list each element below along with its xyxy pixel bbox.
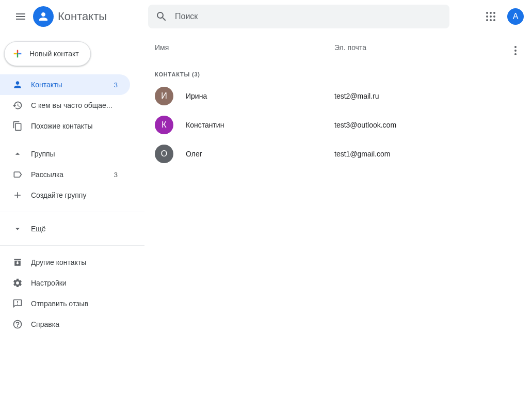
contact-email: test2@mail.ru — [334, 92, 379, 100]
main-menu-button[interactable] — [8, 4, 33, 29]
list-more-button[interactable] — [505, 40, 526, 61]
column-name-header: Имя — [155, 43, 334, 52]
nav-contacts[interactable]: Контакты 3 — [0, 74, 130, 95]
svg-point-2 — [493, 12, 495, 14]
google-apps-button[interactable] — [480, 6, 501, 27]
svg-point-6 — [486, 19, 488, 21]
apps-grid-icon — [485, 10, 497, 23]
contact-email: test3@outlook.com — [334, 121, 396, 129]
nav-feedback[interactable]: Отправить отзыв — [0, 293, 130, 314]
contact-row[interactable]: ИИринаtest2@mail.ru — [155, 82, 524, 111]
svg-point-7 — [490, 19, 492, 21]
divider — [0, 212, 144, 212]
nav-groups-toggle[interactable]: Группы — [0, 144, 130, 164]
search-bar[interactable] — [148, 5, 449, 28]
svg-point-3 — [486, 15, 488, 18]
contact-row[interactable]: ООлегtest1@gmail.com — [155, 139, 524, 168]
plus-icon — [12, 190, 31, 200]
svg-point-5 — [493, 15, 495, 18]
nav-other-contacts[interactable]: Другие контакты — [0, 252, 130, 273]
label-icon — [12, 169, 31, 180]
nav-label: Группы — [31, 150, 118, 158]
nav-help[interactable]: Справка — [0, 314, 130, 335]
content: Имя Эл. почта КОНТАКТЫ (3) ИИринаtest2@m… — [144, 33, 532, 394]
contacts-logo-icon — [33, 6, 54, 27]
svg-point-0 — [486, 12, 488, 14]
nav-count: 3 — [114, 81, 118, 89]
nav-group-item[interactable]: Рассылка 3 — [0, 164, 130, 185]
nav-count: 3 — [114, 171, 118, 179]
body: Новый контакт Контакты 3 С кем вы часто … — [0, 33, 532, 394]
feedback-icon — [12, 298, 31, 309]
nav-merge[interactable]: Похожие контакты — [0, 116, 130, 136]
nav-label: Контакты — [31, 81, 114, 89]
nav-label: Другие контакты — [31, 258, 118, 266]
svg-point-1 — [490, 12, 492, 14]
app-title: Контакты — [58, 10, 107, 23]
svg-point-11 — [514, 53, 517, 55]
nav-label: С кем вы часто общае... — [31, 101, 118, 109]
duplicate-icon — [12, 121, 31, 131]
gear-icon — [12, 278, 31, 288]
avatar-letter: A — [513, 12, 519, 21]
contact-avatar: К — [155, 116, 173, 134]
columns-header: Имя Эл. почта — [155, 33, 524, 62]
search-icon — [155, 10, 168, 23]
nav-label: Ещё — [31, 225, 118, 233]
create-contact-label: Новый контакт — [29, 50, 79, 58]
contact-name: Ирина — [186, 92, 334, 100]
svg-point-8 — [493, 19, 495, 21]
header-right: A — [480, 6, 524, 27]
nav-label: Рассылка — [31, 170, 114, 179]
help-icon — [12, 319, 31, 329]
search-input[interactable] — [175, 12, 442, 21]
person-icon — [12, 80, 31, 90]
plus-multicolor-icon — [12, 48, 23, 59]
hamburger-icon — [14, 10, 27, 23]
account-avatar[interactable]: A — [507, 8, 524, 25]
more-vert-icon — [509, 44, 522, 57]
column-email-header: Эл. почта — [334, 43, 524, 52]
header: Контакты A — [0, 0, 532, 33]
chevron-down-icon — [12, 224, 31, 234]
history-icon — [12, 100, 31, 111]
svg-point-9 — [514, 46, 517, 48]
nav-label: Настройки — [31, 279, 118, 287]
contact-avatar: И — [155, 87, 173, 105]
nav-label: Похожие контакты — [31, 122, 118, 130]
chevron-up-icon — [12, 149, 31, 159]
nav-label: Создайте группу — [31, 191, 118, 199]
svg-point-10 — [514, 50, 517, 52]
nav-label: Справка — [31, 320, 118, 328]
contact-email: test1@gmail.com — [334, 150, 390, 158]
contact-name: Константин — [186, 121, 334, 129]
contact-list: ИИринаtest2@mail.ruККонстантинtest3@outl… — [155, 82, 524, 168]
divider — [0, 245, 144, 246]
nav-more-toggle[interactable]: Ещё — [0, 218, 130, 239]
app-logo[interactable]: Контакты — [33, 6, 107, 27]
archive-icon — [12, 257, 31, 267]
nav-label: Отправить отзыв — [31, 300, 118, 308]
section-label: КОНТАКТЫ (3) — [155, 62, 524, 82]
contact-name: Олег — [186, 150, 334, 158]
svg-point-4 — [490, 15, 492, 18]
contact-avatar: О — [155, 145, 173, 163]
sidebar: Новый контакт Контакты 3 С кем вы часто … — [0, 33, 144, 394]
create-contact-button[interactable]: Новый контакт — [4, 41, 91, 66]
nav-create-group[interactable]: Создайте группу — [0, 185, 130, 206]
nav-settings[interactable]: Настройки — [0, 273, 130, 293]
nav-frequent[interactable]: С кем вы часто общае... — [0, 95, 130, 116]
contact-row[interactable]: ККонстантинtest3@outlook.com — [155, 111, 524, 139]
